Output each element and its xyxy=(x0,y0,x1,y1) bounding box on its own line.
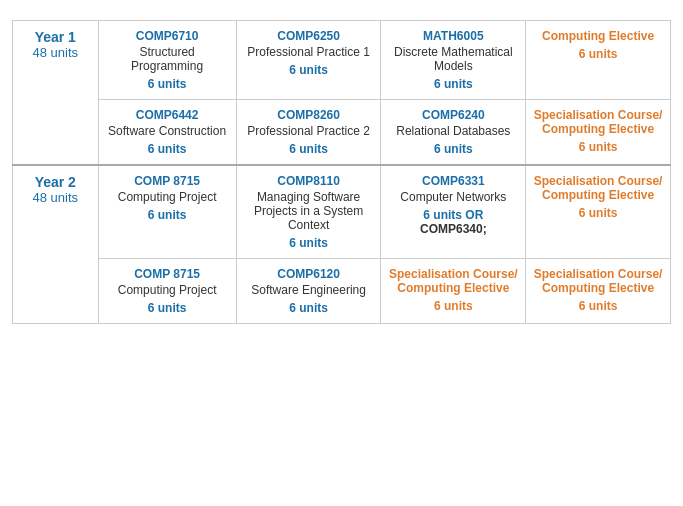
course-name: Managing Software Projects in a System C… xyxy=(243,190,375,232)
course-name: Software Engineering xyxy=(243,283,375,297)
course-units: 6 units xyxy=(105,301,230,315)
elective-code: Specialisation Course/ Computing Electiv… xyxy=(387,267,519,295)
year-units: 48 units xyxy=(32,190,78,205)
course-cell: COMP8110Managing Software Projects in a … xyxy=(236,165,381,259)
course-cell: COMP6710Structured Programming6 units xyxy=(98,21,236,100)
course-code: COMP 8715 xyxy=(105,267,230,281)
course-units: 6 units OR xyxy=(387,208,519,222)
course-code: MATH6005 xyxy=(387,29,519,43)
page-container: Year 148 unitsCOMP6710Structured Program… xyxy=(0,0,683,334)
course-cell: MATH6005Discrete Mathematical Models6 un… xyxy=(381,21,526,100)
course-code: COMP6240 xyxy=(387,108,519,122)
course-cell: Specialisation Course/ Computing Electiv… xyxy=(526,259,671,324)
course-units: 6 units xyxy=(243,236,375,250)
course-cell: COMP8260Professional Practice 26 units xyxy=(236,100,381,166)
course-cell: Specialisation Course/ Computing Electiv… xyxy=(526,100,671,166)
course-name: Computing Project xyxy=(105,190,230,204)
course-code: COMP6120 xyxy=(243,267,375,281)
year-cell-2: Year 248 units xyxy=(13,165,99,324)
course-name: Professional Practice 2 xyxy=(243,124,375,138)
elective-code: Computing Elective xyxy=(532,29,664,43)
course-cell: Computing Elective6 units xyxy=(526,21,671,100)
course-cell: COMP 8715Computing Project6 units xyxy=(98,259,236,324)
course-name: Relational Databases xyxy=(387,124,519,138)
elective-units: 6 units xyxy=(532,140,664,154)
elective-code: Specialisation Course/ Computing Electiv… xyxy=(532,174,664,202)
course-cell: COMP6250Professional Practice 16 units xyxy=(236,21,381,100)
course-name: Computing Project xyxy=(105,283,230,297)
year-label: Year 2 xyxy=(35,174,76,190)
course-name: Professional Practice 1 xyxy=(243,45,375,59)
year-label: Year 1 xyxy=(35,29,76,45)
elective-units: 6 units xyxy=(387,299,519,313)
elective-units: 6 units xyxy=(532,206,664,220)
elective-code: Specialisation Course/ Computing Electiv… xyxy=(532,267,664,295)
course-code: COMP6710 xyxy=(105,29,230,43)
course-code: COMP8110 xyxy=(243,174,375,188)
course-code: COMP 8715 xyxy=(105,174,230,188)
study-table: Year 148 unitsCOMP6710Structured Program… xyxy=(12,20,671,324)
course-cell: Specialisation Course/ Computing Electiv… xyxy=(526,165,671,259)
course-units: 6 units xyxy=(105,208,230,222)
course-code: COMP6331 xyxy=(387,174,519,188)
elective-code: Specialisation Course/ Computing Electiv… xyxy=(532,108,664,136)
course-name: Computer Networks xyxy=(387,190,519,204)
elective-units: 6 units xyxy=(532,299,664,313)
course-units: 6 units xyxy=(387,142,519,156)
course-code: COMP6442 xyxy=(105,108,230,122)
course-cell: COMP6331Computer Networks6 units ORCOMP6… xyxy=(381,165,526,259)
course-cell: COMP6240Relational Databases6 units xyxy=(381,100,526,166)
course-name: Structured Programming xyxy=(105,45,230,73)
course-units: 6 units xyxy=(105,142,230,156)
course-name: Software Construction xyxy=(105,124,230,138)
course-units: 6 units xyxy=(387,77,519,91)
course-cell: COMP6120Software Engineering6 units xyxy=(236,259,381,324)
year-cell-1: Year 148 units xyxy=(13,21,99,166)
course-code: COMP6250 xyxy=(243,29,375,43)
course-name: Discrete Mathematical Models xyxy=(387,45,519,73)
course-cell: Specialisation Course/ Computing Electiv… xyxy=(381,259,526,324)
course-units: 6 units xyxy=(243,63,375,77)
course-cell: COMP 8715Computing Project6 units xyxy=(98,165,236,259)
course-cell: COMP6442Software Construction6 units xyxy=(98,100,236,166)
course-code: COMP8260 xyxy=(243,108,375,122)
course-units: 6 units xyxy=(105,77,230,91)
year-units: 48 units xyxy=(32,45,78,60)
course-units: 6 units xyxy=(243,301,375,315)
course-units: 6 units xyxy=(243,142,375,156)
course-extra: COMP6340; xyxy=(387,222,519,236)
elective-units: 6 units xyxy=(532,47,664,61)
